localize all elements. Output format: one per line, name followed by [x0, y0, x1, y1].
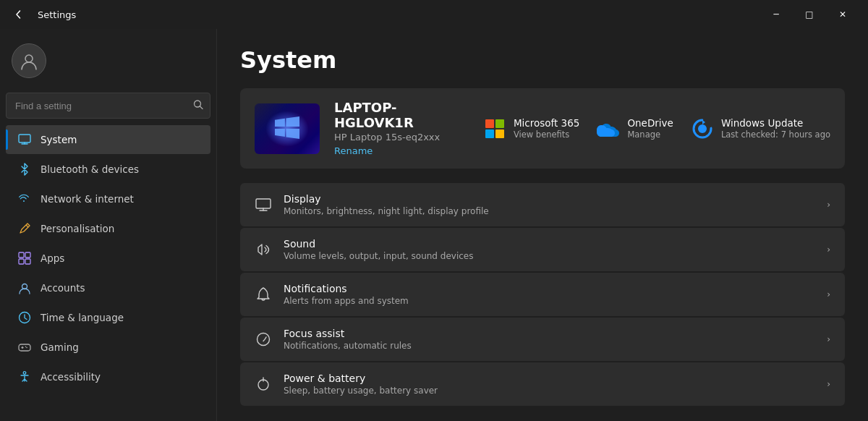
- device-info: LAPTOP-HGLOVK1R HP Laptop 15s-eq2xxx Ren…: [334, 100, 469, 157]
- chevron-right-icon: ›: [827, 379, 830, 389]
- close-button[interactable]: ✕: [826, 3, 859, 26]
- svg-point-19: [23, 372, 26, 375]
- sidebar-item-label: Accessibility: [41, 371, 101, 383]
- settings-item-power[interactable]: Power & battery Sleep, battery usage, ba…: [240, 362, 845, 406]
- sidebar-item-label: Apps: [41, 252, 64, 264]
- maximize-button[interactable]: □: [793, 3, 826, 26]
- sidebar-item-label: System: [41, 134, 77, 145]
- settings-item-sound[interactable]: Sound Volume levels, output, input, soun…: [240, 228, 845, 271]
- sidebar-item-label: Bluetooth & devices: [41, 163, 139, 175]
- user-profile: [0, 35, 216, 93]
- sidebar-nav: System Bluetooth & devices: [0, 124, 216, 392]
- apps-icon: [17, 251, 32, 265]
- display-sub: Monitors, brightness, night light, displ…: [284, 206, 815, 216]
- power-text: Power & battery Sleep, battery usage, ba…: [284, 373, 815, 396]
- device-name: LAPTOP-HGLOVK1R: [334, 100, 469, 130]
- display-text: Display Monitors, brightness, night ligh…: [284, 193, 815, 216]
- sidebar: System Bluetooth & devices: [0, 29, 217, 421]
- notifications-text: Notifications Alerts from apps and syste…: [284, 283, 815, 306]
- svg-rect-3: [19, 135, 30, 143]
- accounts-icon: [17, 281, 32, 295]
- search-box: [6, 93, 210, 119]
- network-icon: [17, 192, 32, 206]
- svg-rect-22: [485, 129, 494, 138]
- sound-title: Sound: [284, 238, 815, 250]
- windows-logo: [273, 116, 302, 141]
- personalisation-icon: [17, 221, 32, 236]
- svg-point-29: [258, 333, 270, 346]
- device-card: LAPTOP-HGLOVK1R HP Laptop 15s-eq2xxx Ren…: [240, 88, 845, 169]
- svg-rect-11: [25, 259, 30, 264]
- sidebar-item-network[interactable]: Network & internet: [6, 184, 210, 213]
- chevron-right-icon: ›: [827, 289, 830, 299]
- winupdate-title: Windows Update: [721, 117, 830, 129]
- display-title: Display: [284, 193, 815, 205]
- sidebar-item-accessibility[interactable]: Accessibility: [6, 362, 210, 391]
- ms365-title: Microsoft 365: [514, 117, 580, 129]
- winupdate-text: Windows Update Last checked: 7 hours ago: [721, 117, 830, 140]
- notifications-sub: Alerts from apps and system: [284, 296, 815, 306]
- focus-text: Focus assist Notifications, automatic ru…: [284, 328, 815, 351]
- app-body: System Bluetooth & devices: [0, 29, 868, 421]
- svg-point-6: [23, 200, 25, 202]
- svg-rect-10: [19, 259, 24, 264]
- chevron-right-icon: ›: [827, 200, 830, 210]
- onedrive-sub: Manage: [627, 129, 673, 140]
- gaming-icon: [17, 340, 32, 354]
- sidebar-item-label: Accounts: [41, 282, 85, 294]
- onedrive-action[interactable]: OneDrive Manage: [597, 117, 673, 140]
- ms365-action[interactable]: Microsoft 365 View benefits: [483, 117, 580, 140]
- avatar: [12, 43, 46, 78]
- svg-rect-23: [495, 129, 504, 138]
- sound-icon: [255, 241, 272, 258]
- settings-item-focus[interactable]: Focus assist Notifications, automatic ru…: [240, 318, 845, 361]
- sound-sub: Volume levels, output, input, sound devi…: [284, 251, 815, 261]
- sidebar-item-bluetooth[interactable]: Bluetooth & devices: [6, 155, 210, 184]
- time-icon: [17, 310, 32, 325]
- settings-item-notifications[interactable]: Notifications Alerts from apps and syste…: [240, 273, 845, 316]
- sidebar-item-label: Network & internet: [41, 193, 134, 205]
- power-title: Power & battery: [284, 373, 815, 384]
- svg-point-0: [25, 55, 33, 62]
- sidebar-item-label: Time & language: [41, 312, 124, 323]
- device-model: HP Laptop 15s-eq2xxx: [334, 132, 469, 143]
- svg-rect-20: [485, 119, 494, 128]
- titlebar-left: Settings: [9, 4, 76, 25]
- svg-rect-14: [19, 344, 30, 351]
- app-title: Settings: [38, 9, 76, 20]
- device-actions: Microsoft 365 View benefits OneDrive: [483, 117, 830, 140]
- bluetooth-icon: [17, 162, 32, 177]
- ms365-sub: View benefits: [514, 129, 580, 140]
- svg-point-17: [26, 347, 27, 349]
- svg-rect-26: [256, 199, 271, 208]
- system-icon: [17, 132, 32, 147]
- focus-sub: Notifications, automatic rules: [284, 341, 815, 351]
- sidebar-item-time[interactable]: Time & language: [6, 303, 210, 332]
- winupdate-sub: Last checked: 7 hours ago: [721, 129, 830, 140]
- onedrive-text: OneDrive Manage: [627, 117, 673, 140]
- winupdate-action[interactable]: Windows Update Last checked: 7 hours ago: [691, 117, 830, 140]
- sidebar-item-label: Personalisation: [41, 223, 114, 234]
- minimize-button[interactable]: ─: [760, 3, 793, 26]
- svg-rect-9: [25, 252, 30, 258]
- winupdate-icon: [691, 117, 714, 140]
- sidebar-item-accounts[interactable]: Accounts: [6, 273, 210, 302]
- focus-icon: [255, 331, 272, 348]
- svg-point-25: [698, 124, 707, 133]
- back-button[interactable]: [9, 4, 29, 25]
- rename-link[interactable]: Rename: [334, 145, 373, 156]
- svg-rect-8: [19, 252, 24, 258]
- settings-item-display[interactable]: Display Monitors, brightness, night ligh…: [240, 183, 845, 226]
- power-sub: Sleep, battery usage, battery saver: [284, 386, 815, 396]
- search-input[interactable]: [6, 93, 210, 119]
- onedrive-icon: [597, 117, 620, 140]
- display-icon: [255, 196, 272, 213]
- power-icon: [255, 375, 272, 393]
- window-controls: ─ □ ✕: [760, 3, 859, 26]
- chevron-right-icon: ›: [827, 334, 830, 344]
- notifications-title: Notifications: [284, 283, 815, 294]
- sidebar-item-gaming[interactable]: Gaming: [6, 333, 210, 362]
- sidebar-item-apps[interactable]: Apps: [6, 244, 210, 273]
- sidebar-item-personalisation[interactable]: Personalisation: [6, 214, 210, 243]
- sidebar-item-system[interactable]: System: [6, 125, 210, 154]
